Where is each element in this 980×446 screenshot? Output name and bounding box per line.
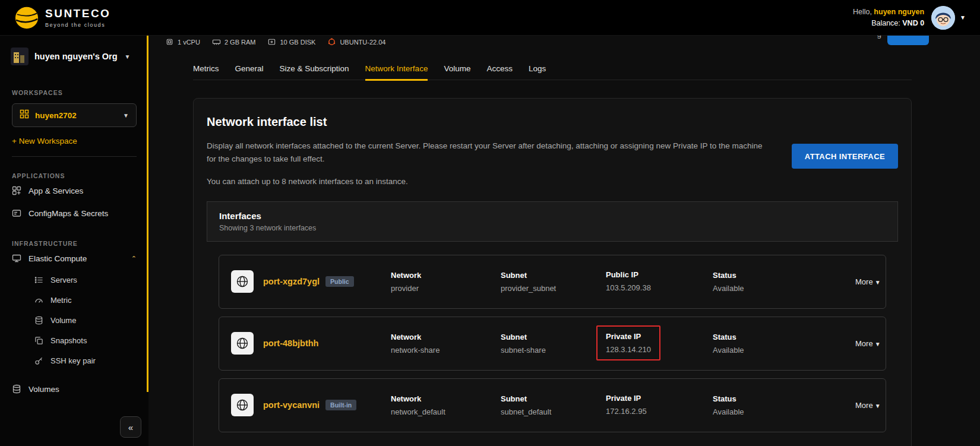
tab-metrics[interactable]: Metrics [193, 64, 219, 81]
ip-cell: Public IP 103.5.209.38 [596, 264, 660, 299]
interfaces-title: Interfaces [219, 211, 886, 221]
more-button[interactable]: More▼ [855, 339, 881, 348]
sidebar-item-label: SSH key pair [50, 356, 96, 365]
interface-name: port-vycanvni [263, 400, 320, 410]
ip-cell: Private IP 172.16.2.95 [596, 387, 656, 422]
sidebar-collapse-button[interactable]: « [120, 416, 141, 438]
status-badge: Built-in [325, 400, 356, 410]
sidebar-item-label: Snapshots [50, 336, 87, 345]
spec-vcpu: 1 vCPU [165, 37, 200, 46]
panel-note: You can attach up to 8 network interface… [207, 177, 774, 186]
server-tabs: Metrics General Size & Subscription Netw… [193, 64, 912, 80]
tab-general[interactable]: General [235, 64, 264, 81]
sidebar-item-elastic-compute[interactable]: Elastic Compute ⌃ [0, 247, 148, 270]
tab-size-subscription[interactable]: Size & Subscription [280, 64, 349, 81]
server-specs-bar: 1 vCPU 2 GB RAM 10 GB DISK [148, 36, 980, 46]
ram-icon [212, 37, 221, 46]
sidebar: huyen nguyen's Org ▼ WORKSPACES huyen270… [0, 36, 148, 446]
attach-interface-button[interactable]: ATTACH INTERFACE [792, 144, 898, 169]
sunteco-logo-icon [14, 5, 39, 30]
app-window: SUNTECO Beyond the clouds Hello, huyen n… [0, 0, 980, 446]
more-button[interactable]: More▼ [855, 277, 881, 286]
network-cell: Network network-share [391, 333, 501, 355]
partial-action-button[interactable] [887, 36, 929, 45]
page-title: Network interface list [207, 115, 774, 129]
subnet-cell: Subnet provider_subnet [501, 271, 606, 293]
sidebar-item-label: Volumes [29, 385, 59, 394]
status-cell: Status Available [713, 271, 855, 293]
workspace-name: huyen2702 [35, 111, 116, 120]
interface-row: port-48bjbthh Network network-share Subn… [219, 317, 886, 371]
globe-icon [231, 394, 254, 416]
network-interface-panel: Network interface list Display all netwo… [193, 98, 912, 446]
database-icon [12, 384, 21, 394]
globe-icon [231, 270, 254, 293]
copy-icon [34, 336, 43, 345]
tab-access[interactable]: Access [486, 64, 513, 81]
sidebar-item-label: Metric [50, 296, 71, 305]
user-menu[interactable]: ▼ [931, 6, 966, 30]
sidebar-item-configmaps[interactable]: ConfigMaps & Secrets [0, 202, 148, 224]
avatar [931, 6, 955, 30]
sidebar-item-volume[interactable]: Volume [0, 310, 148, 330]
tab-network-interface[interactable]: Network Interface [365, 64, 428, 81]
interface-name: port-xgzd7ygl [263, 277, 320, 286]
configmap-icon [12, 208, 21, 218]
interface-list: port-xgzd7ygl Public Network provider Su… [219, 255, 886, 432]
org-selector[interactable]: huyen nguyen's Org ▼ [0, 36, 148, 74]
balance-text: Balance: VND 0 [853, 19, 924, 27]
sidebar-item-app-services[interactable]: App & Services [0, 179, 148, 202]
interface-row: port-vycanvni Built-in Network network_d… [219, 378, 886, 432]
sidebar-scrollbar[interactable] [147, 36, 148, 392]
account-info: Hello, huyen nguyen Balance: VND 0 [853, 8, 924, 27]
workspaces-label: WORKSPACES [0, 89, 148, 96]
interfaces-subtitle: Showing 3 network interfaces [219, 224, 886, 232]
more-button[interactable]: More▼ [855, 401, 881, 410]
username: huyen nguyen [874, 8, 924, 16]
status-cell: Status Available [713, 394, 855, 416]
org-icon [11, 48, 29, 65]
workspace-select[interactable]: huyen2702 ▼ [12, 103, 137, 127]
chevron-down-icon: ▼ [960, 14, 966, 21]
greeting-text: Hello, huyen nguyen [853, 8, 924, 16]
sidebar-item-servers[interactable]: Servers [0, 270, 148, 290]
subnet-cell: Subnet subnet_default [501, 394, 606, 416]
balance-value: VND 0 [902, 19, 924, 27]
main-content: g 1 vCPU 2 GB RAM [148, 36, 980, 446]
new-workspace-link[interactable]: + New Workspace [12, 137, 137, 145]
sidebar-item-ssh-key-pair[interactable]: SSH key pair [0, 350, 148, 371]
apps-icon [12, 186, 21, 195]
sidebar-item-metric[interactable]: Metric [0, 290, 148, 310]
chevron-down-icon: ▼ [875, 279, 881, 286]
chevron-down-icon: ▼ [875, 403, 881, 409]
list-icon [34, 276, 43, 284]
sidebar-item-snapshots[interactable]: Snapshots [0, 330, 148, 350]
tab-volume[interactable]: Volume [444, 64, 470, 81]
top-header: SUNTECO Beyond the clouds Hello, huyen n… [0, 0, 980, 36]
applications-label: APPLICATIONS [0, 172, 148, 179]
subnet-cell: Subnet subnet-share [501, 333, 606, 355]
chevron-up-icon: ⌃ [131, 255, 137, 262]
brand-logo[interactable]: SUNTECO Beyond the clouds [14, 5, 110, 30]
interface-name: port-48bjbthh [263, 339, 318, 348]
network-cell: Network network_default [391, 394, 501, 416]
sidebar-item-label: Elastic Compute [29, 254, 87, 263]
sidebar-item-volumes[interactable]: Volumes [0, 378, 148, 400]
org-name: huyen nguyen's Org [34, 52, 118, 61]
chevron-down-icon: ▼ [875, 341, 881, 347]
chevron-down-icon: ▼ [123, 112, 129, 119]
sidebar-item-label: Servers [50, 276, 77, 284]
spec-ram: 2 GB RAM [212, 37, 256, 46]
cpu-icon [165, 37, 174, 46]
partial-scrolled-text: g [877, 36, 881, 39]
brand-tagline: Beyond the clouds [45, 22, 110, 28]
spec-disk: 10 GB DISK [267, 37, 315, 46]
spec-os: UBUNTU-22.04 [327, 37, 385, 46]
ubuntu-icon [327, 37, 336, 46]
database-icon [34, 316, 43, 325]
status-badge: Public [325, 276, 354, 287]
tab-logs[interactable]: Logs [529, 64, 546, 81]
infrastructure-label: INFRASTRUCTURE [0, 240, 148, 247]
sidebar-item-label: ConfigMaps & Secrets [29, 209, 108, 218]
brand-name: SUNTECO [45, 7, 110, 20]
